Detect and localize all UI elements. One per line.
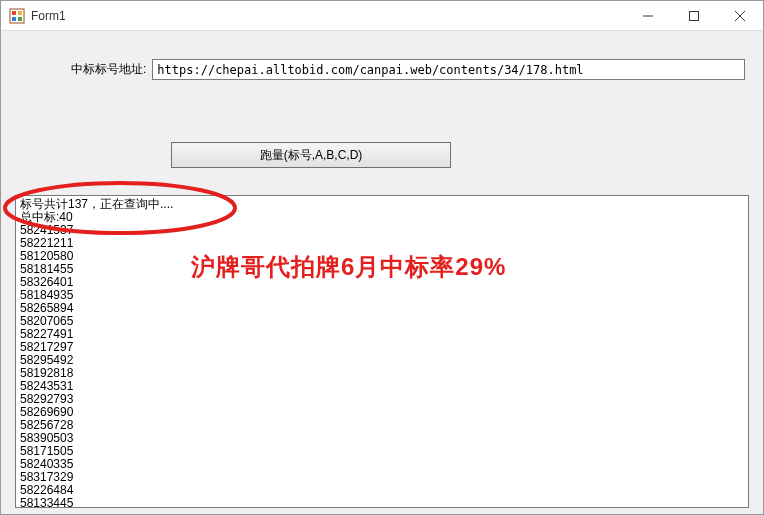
window-controls <box>625 1 763 30</box>
svg-rect-2 <box>18 11 22 15</box>
maximize-button[interactable] <box>671 1 717 30</box>
run-button[interactable]: 跑量(标号,A,B,C,D) <box>171 142 451 168</box>
form-area: 中标标号地址: 跑量(标号,A,B,C,D) <box>1 31 763 168</box>
app-icon <box>9 8 25 24</box>
output-textarea[interactable]: 标号共计137，正在查询中.... 总中标:40 58241537 582212… <box>15 195 749 508</box>
svg-rect-4 <box>18 17 22 21</box>
window-title: Form1 <box>31 9 66 23</box>
url-row: 中标标号地址: <box>71 59 749 80</box>
svg-rect-3 <box>12 17 16 21</box>
svg-rect-6 <box>690 11 699 20</box>
close-button[interactable] <box>717 1 763 30</box>
url-input[interactable] <box>152 59 745 80</box>
minimize-button[interactable] <box>625 1 671 30</box>
titlebar: Form1 <box>1 1 763 31</box>
svg-rect-1 <box>12 11 16 15</box>
url-label: 中标标号地址: <box>71 61 146 78</box>
